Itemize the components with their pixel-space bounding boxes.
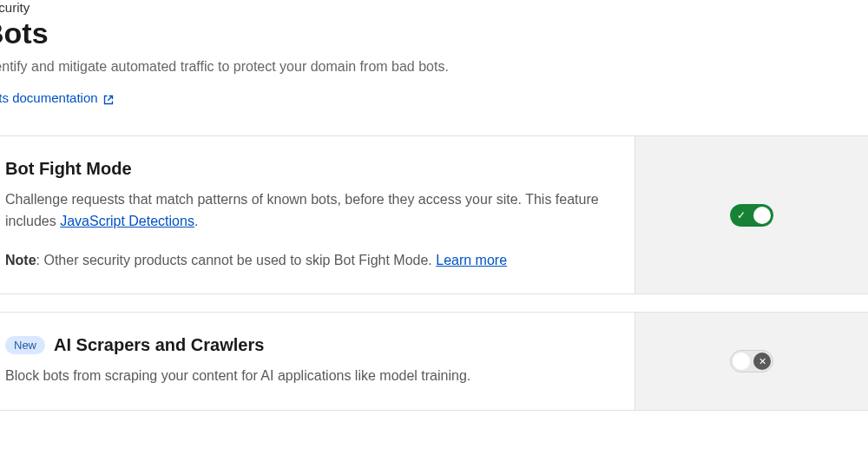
page-title: Bots (0, 16, 868, 50)
ai-scrapers-toggle[interactable]: ✕ (730, 350, 773, 373)
external-link-icon (103, 93, 114, 103)
ai-scrapers-title: AI Scrapers and Crawlers (54, 335, 264, 355)
doc-link-text: Bots documentation (0, 90, 98, 105)
javascript-detections-link[interactable]: JavaScript Detections (60, 214, 194, 228)
breadcrumb[interactable]: Security (0, 0, 868, 15)
bot-fight-mode-description: Challenge requests that match patterns o… (5, 189, 617, 233)
check-icon: ✓ (737, 210, 746, 221)
ai-scrapers-description: Block bots from scraping your content fo… (5, 366, 617, 387)
bot-fight-mode-note: Note: Other security products cannot be … (5, 250, 617, 272)
bot-fight-mode-toggle[interactable]: ✓ (730, 204, 773, 227)
ai-scrapers-card: New AI Scrapers and Crawlers Block bots … (0, 312, 868, 411)
learn-more-link[interactable]: Learn more (436, 253, 507, 267)
bot-fight-mode-card: Bot Fight Mode Challenge requests that m… (0, 135, 868, 294)
new-badge: New (5, 336, 45, 354)
x-icon: ✕ (753, 353, 771, 370)
bots-documentation-link[interactable]: Bots documentation (0, 90, 114, 105)
bot-fight-mode-title: Bot Fight Mode (5, 159, 617, 179)
page-subtitle: Identify and mitigate automated traffic … (0, 59, 868, 75)
